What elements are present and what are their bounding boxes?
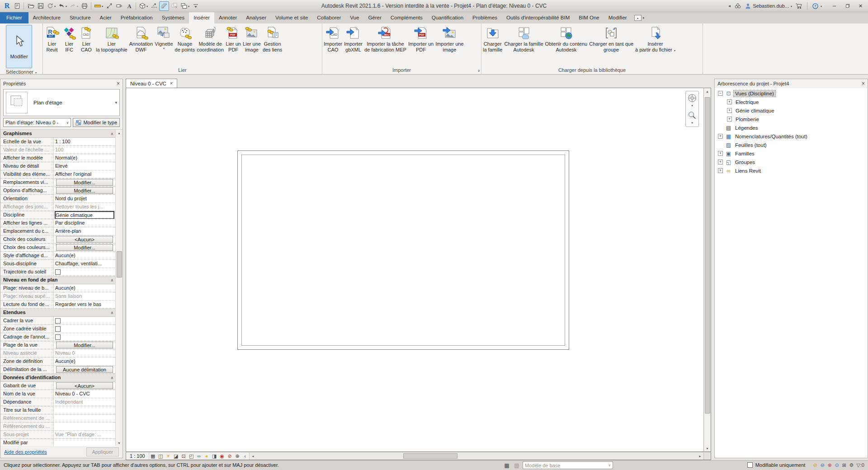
zoom-icon[interactable] [687,110,697,120]
charger-famille-button[interactable]: Chargerla famille [482,24,503,66]
tree-item-nomenclatures[interactable]: + ▦ Nomenclatures/Quantités (tout) [715,132,868,141]
property-row[interactable]: Remplacements vi... Modifier... [0,179,115,187]
vcb-overflow-icon[interactable]: ‹ [241,452,249,460]
apply-button[interactable]: Appliquer [86,447,119,456]
property-row[interactable]: Trajectoire du soleil [0,268,115,276]
annotation-dwf-button[interactable]: AnnotationDWF [128,24,154,66]
type-selector[interactable]: Plan d'étage ▾ [3,89,120,116]
tree-item-genie-climatique[interactable]: + Génie climatique [715,106,868,115]
tree-expander[interactable]: + [718,151,723,156]
revit-logo[interactable]: R [2,1,12,11]
select-links-icon[interactable]: ⊘ [811,461,819,469]
customize-qat-icon[interactable] [191,1,200,11]
type-selector-caret-icon[interactable]: ▾ [115,100,117,105]
visual-style-icon[interactable]: ◫ [157,452,165,460]
project-browser-close-icon[interactable]: × [862,80,865,87]
panel-label-lier[interactable]: Lier [43,66,322,74]
property-value[interactable]: Afficher l'original [54,170,115,178]
importer-panel-launcher-icon[interactable]: ∨ [477,67,480,75]
property-row[interactable]: Discipline Génie climatique [0,211,115,219]
importer-fabrication-mep-button[interactable]: MAJImporter la tâchede fabrication MEP [363,24,407,66]
tree-item-familles[interactable]: + ▣ Familles [715,149,868,158]
property-row[interactable]: Gabarit de vue <Aucun> [0,382,115,390]
property-row[interactable]: Zone de définition Aucun(e) [0,357,115,366]
property-row[interactable]: Affichage des jonc... Nettoyer toutes le… [0,203,115,211]
lier-topographie-button[interactable]: Lierla topographie [95,24,128,66]
select-elements-by-face-icon[interactable]: ⊙ [833,461,840,469]
view-tab-close-icon[interactable]: × [170,81,173,86]
tab-vue[interactable]: Vue [345,12,363,24]
tree-item-label[interactable]: Nomenclatures/Quantités (tout) [734,133,809,140]
modele-coordination-button[interactable]: Modèle decoordination [196,24,225,66]
active-document-icon[interactable] [12,1,22,11]
tab-gerer[interactable]: Gérer [363,12,386,24]
property-value[interactable]: Aucun(e) [54,252,115,259]
property-value[interactable]: Aucun(e) [54,284,115,292]
ribbon-cycle-icon[interactable]: ▴ [634,15,642,21]
edit-type-button[interactable]: Modifier le type [73,118,120,127]
tab-fichier[interactable]: Fichier [0,12,28,24]
tab-modifier[interactable]: Modifier [604,12,632,24]
tab-outils-interop-bim[interactable]: Outils d'interopérabilité BIM [502,12,574,24]
aligned-dimension-icon[interactable] [104,1,114,11]
property-row[interactable]: Choix des couleurs <Aucun> [0,235,115,244]
tree-item-label[interactable]: Familles [734,150,756,157]
tree-expander[interactable]: + [718,160,723,164]
property-value[interactable]: Niveau 0 - CVC [54,390,115,398]
tree-item-liens-revit[interactable]: + ∞ Liens Revit [715,166,868,175]
tree-expander[interactable]: + [718,134,723,139]
temporary-view-properties-icon[interactable]: ◨ [211,452,218,460]
tab-annoter[interactable]: Annoter [214,12,241,24]
switch-windows-icon[interactable]: ▾ [179,1,190,11]
property-row[interactable]: Etendues [0,309,115,317]
tree-expander[interactable]: + [727,108,732,113]
property-row[interactable]: Choix des couleurs... Modifier... [0,244,115,252]
property-value[interactable] [54,423,115,430]
shadows-icon[interactable]: ◪ [172,452,180,460]
tree-expander[interactable]: + [727,117,732,122]
gestion-des-liens-button[interactable]: Gestiondes liens [262,24,283,66]
show-crop-icon[interactable]: ◰ [188,452,195,460]
panel-label-importer[interactable]: Importer∨ [322,66,481,74]
property-value[interactable]: Chauffage, ventilati... [54,260,115,268]
property-value[interactable]: Elevé [54,162,115,170]
view-scale-button[interactable]: 1 : 100 [126,452,149,460]
property-row[interactable]: Plage de la vue Modifier... [0,341,115,349]
scrollbar-thumb[interactable] [117,251,122,277]
tree-expander[interactable] [718,142,723,147]
property-row[interactable]: Afficher les lignes ... Par discipline [0,219,115,227]
scroll-right-icon[interactable]: ► [697,455,703,458]
tree-expander[interactable] [718,125,723,130]
property-value[interactable] [54,333,115,341]
property-value[interactable] [54,325,115,333]
drag-elements-icon[interactable]: ⊞ [840,461,848,469]
tab-systemes[interactable]: Systèmes [157,12,189,24]
property-value[interactable]: Modifier... [54,244,115,251]
property-value[interactable]: Normal(e) [54,154,115,162]
property-value[interactable]: Indépendant [54,398,115,406]
active-workset-select[interactable]: Modèle de base ∨ [523,461,613,469]
property-value[interactable]: <Aucun> [54,382,115,390]
restore-button[interactable] [841,1,854,11]
tab-complements[interactable]: Compléments [386,12,427,24]
insert-from-file-dropdown-icon[interactable]: ▾ [674,49,675,52]
scroll-left-icon[interactable]: ◄ [250,455,256,458]
tab-prefabrication[interactable]: Préfabrication [116,12,157,24]
property-value[interactable]: Nord du projet [54,195,115,202]
vertical-scrollbar[interactable]: ▲ ▼ [703,88,711,451]
select-underlay-elements-icon[interactable]: ⊖ [819,461,826,469]
property-row[interactable]: Niveau de détail Elevé [0,162,115,170]
property-value[interactable]: <Aucun> [54,235,115,243]
tree-item-feuilles[interactable]: ▨ Feuilles (tout) [715,141,868,149]
lier-pdf-button[interactable]: PDFLier unPDF [225,24,242,66]
panel-label-charger[interactable]: Charger depuis la bibliothèque [481,66,703,74]
charger-groupe-button[interactable]: Charger en tant quegroupe [588,24,634,66]
crop-region[interactable] [237,150,569,350]
zoom-dropdown-icon[interactable]: ▾ [691,121,693,125]
lier-image-button[interactable]: Lier uneimage [242,24,262,66]
properties-help-link[interactable]: Aide des propriétés [4,449,47,455]
tab-collaborer[interactable]: Collaborer [312,12,345,24]
tree-expander[interactable]: + [727,99,732,104]
open-icon[interactable] [26,1,35,11]
property-row[interactable]: Sous-discipline Chauffage, ventilati... [0,260,115,268]
